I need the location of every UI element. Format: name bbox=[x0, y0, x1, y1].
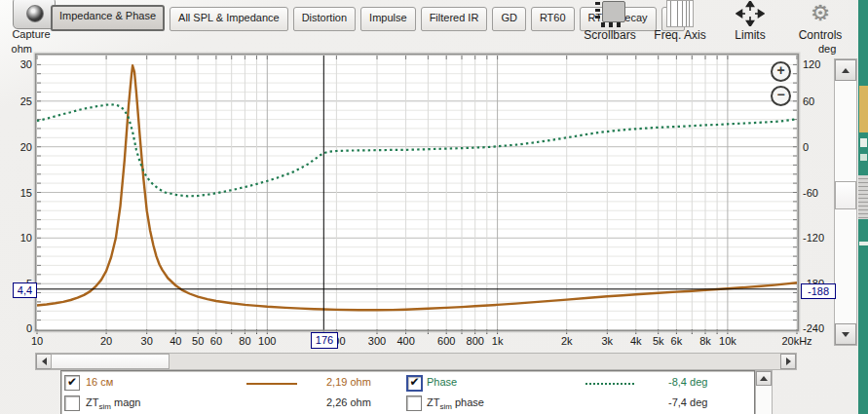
svg-text:-60: -60 bbox=[803, 187, 818, 199]
svg-text:3k: 3k bbox=[601, 335, 613, 347]
svg-text:0: 0 bbox=[803, 141, 809, 153]
cursor-left-value-box: 4,4 bbox=[13, 282, 37, 298]
svg-text:40: 40 bbox=[170, 335, 181, 347]
svg-text:10k: 10k bbox=[719, 335, 736, 347]
svg-text:60: 60 bbox=[210, 335, 222, 347]
impedance-phase-chart[interactable]: 102030405060801002003004006008001k2k3k4k… bbox=[0, 0, 868, 414]
cursor-right-value-box: -188 bbox=[801, 283, 836, 299]
svg-text:10: 10 bbox=[31, 335, 43, 347]
svg-text:15: 15 bbox=[20, 187, 32, 199]
svg-text:50: 50 bbox=[192, 335, 204, 347]
curve-legend-panel: ✔ 16 см 2,19 ohm ✔ Phase -8,4 deg ZTsim … bbox=[60, 370, 755, 414]
legend-checkbox-ztsim-magn[interactable] bbox=[64, 395, 80, 411]
svg-text:100: 100 bbox=[258, 335, 276, 347]
svg-text:800: 800 bbox=[467, 335, 484, 347]
svg-text:5k: 5k bbox=[653, 335, 664, 347]
legend-value-impedance: 2,19 ohm bbox=[326, 376, 371, 388]
svg-text:deg: deg bbox=[818, 43, 836, 55]
legend-line-sample-impedance bbox=[246, 383, 297, 385]
legend-line-sample-phase bbox=[585, 383, 634, 385]
background-window-strip bbox=[858, 0, 868, 414]
legend-value-ztsim-magn: 2,26 ohm bbox=[326, 396, 371, 408]
svg-text:400: 400 bbox=[396, 335, 414, 347]
legend-scrollbar[interactable] bbox=[755, 370, 773, 414]
svg-text:80: 80 bbox=[239, 335, 250, 347]
svg-text:20: 20 bbox=[20, 141, 32, 153]
svg-text:20kHz: 20kHz bbox=[781, 335, 811, 347]
svg-text:4k: 4k bbox=[630, 335, 642, 347]
legend-label-phase: Phase bbox=[427, 376, 457, 391]
svg-text:30: 30 bbox=[141, 335, 153, 347]
legend-value-ztsim-phase: -7,4 deg bbox=[668, 396, 707, 408]
svg-text:1k: 1k bbox=[492, 335, 504, 347]
svg-text:0: 0 bbox=[26, 322, 32, 334]
legend-value-phase: -8,4 deg bbox=[668, 376, 707, 388]
legend-checkbox-phase[interactable]: ✔ bbox=[406, 375, 423, 392]
zoom-in-button[interactable]: + bbox=[771, 61, 791, 82]
svg-text:10: 10 bbox=[20, 232, 32, 244]
svg-text:25: 25 bbox=[20, 95, 32, 107]
svg-text:6k: 6k bbox=[671, 335, 683, 347]
measurement-app-window: Capture Impedance & Phase All SPL & Impe… bbox=[0, 0, 868, 414]
legend-label-ztsim-magn: ZTsim magn bbox=[86, 396, 140, 411]
legend-label-16cm: 16 см bbox=[86, 376, 113, 391]
svg-text:60: 60 bbox=[803, 95, 814, 107]
svg-text:2k: 2k bbox=[561, 335, 573, 347]
svg-text:300: 300 bbox=[368, 335, 386, 347]
svg-text:-240: -240 bbox=[803, 322, 824, 334]
legend-checkbox-16cm[interactable]: ✔ bbox=[64, 375, 80, 391]
svg-text:20: 20 bbox=[100, 335, 112, 347]
cursor-frequency-box: 176 bbox=[311, 332, 338, 349]
legend-checkbox-ztsim-phase[interactable] bbox=[406, 395, 422, 411]
svg-text:30: 30 bbox=[20, 58, 32, 70]
svg-text:120: 120 bbox=[803, 58, 820, 70]
svg-text:ohm: ohm bbox=[12, 43, 32, 55]
legend-label-ztsim-phase: ZTsim phase bbox=[427, 396, 484, 411]
svg-text:600: 600 bbox=[437, 335, 455, 347]
svg-text:-120: -120 bbox=[803, 232, 824, 244]
zoom-out-button[interactable]: − bbox=[771, 86, 791, 106]
legend-scroll-up-button[interactable] bbox=[756, 371, 772, 386]
svg-text:8k: 8k bbox=[699, 335, 711, 347]
